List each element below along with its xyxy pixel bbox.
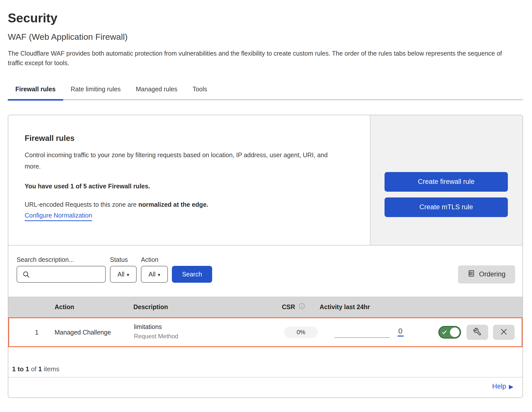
search-button[interactable]: Search — [172, 266, 212, 283]
activity-marker — [398, 336, 404, 337]
configure-normalization-link[interactable]: Configure Normalization — [25, 212, 92, 221]
tab-firewall-rules[interactable]: Firewall rules — [8, 81, 63, 99]
pagination-total: 1 — [38, 365, 42, 373]
action-label: Action — [141, 256, 158, 263]
pagination-range: 1 to 1 — [12, 365, 29, 373]
page-title: Security — [8, 11, 532, 26]
column-header-activity: Activity last 24hr — [320, 297, 370, 317]
search-input[interactable] — [17, 266, 105, 282]
status-label: Status — [110, 256, 128, 263]
tab-tools[interactable]: Tools — [185, 81, 215, 99]
delete-rule-button[interactable] — [493, 325, 515, 340]
ordering-button-label: Ordering — [479, 270, 505, 278]
page-subtitle: WAF (Web Application Firewall) — [8, 32, 532, 42]
toggle-knob — [450, 327, 460, 337]
check-icon — [442, 329, 447, 336]
tab-rate-limiting-rules[interactable]: Rate limiting rules — [63, 81, 128, 99]
help-link[interactable]: Help — [492, 383, 513, 390]
waf-tabs: Firewall rules Rate limiting rules Manag… — [8, 81, 523, 100]
status-select[interactable]: All — [110, 266, 137, 283]
help-link-label: Help — [492, 383, 506, 390]
rule-description: limitations — [134, 323, 178, 331]
firewall-rules-info-section: Firewall rules Control incoming traffic … — [8, 115, 522, 245]
rule-description-cell: limitations Request Method — [134, 323, 178, 340]
page-description: The Cloudflare WAF provides both automat… — [8, 49, 516, 68]
pagination-of: of — [31, 365, 36, 373]
firewall-rules-card: Firewall rules Control incoming traffic … — [8, 115, 523, 398]
rule-description-sub: Request Method — [134, 333, 178, 340]
info-description: Control incoming traffic to your zone by… — [25, 149, 337, 172]
wrench-icon — [473, 327, 482, 337]
tab-managed-rules[interactable]: Managed rules — [128, 81, 185, 99]
column-header-action: Action — [55, 297, 74, 317]
pagination: 1 to 1 of 1 items — [8, 347, 522, 378]
rule-enabled-toggle[interactable] — [438, 326, 461, 339]
action-select-value: All — [148, 271, 156, 278]
chevron-down-icon — [127, 271, 129, 278]
create-firewall-rule-button[interactable]: Create firewall rule — [385, 172, 508, 192]
filter-row: Search description... Status Action All … — [8, 245, 522, 297]
column-header-description: Description — [133, 297, 168, 317]
rule-priority: 1 — [31, 318, 42, 346]
normalization-prefix: URL-encoded Requests to this zone are — [25, 201, 138, 208]
table-row: 1 Managed Challenge limitations Request … — [8, 317, 522, 347]
activity-sparkline — [334, 337, 390, 338]
csr-header-label: CSR — [282, 303, 295, 311]
info-icon[interactable] — [298, 303, 305, 311]
help-row: Help — [8, 378, 522, 397]
column-header-csr: CSR — [282, 297, 305, 317]
rule-action: Managed Challenge — [55, 318, 111, 346]
csr-badge: 0% — [284, 326, 318, 338]
normalization-bold: normalized at the edge. — [138, 201, 208, 208]
info-left: Firewall rules Control incoming traffic … — [8, 115, 346, 221]
rules-table-header: Action Description CSR Activity last 24h… — [8, 297, 522, 317]
usage-text: You have used 1 of 5 active Firewall rul… — [25, 183, 346, 190]
chevron-down-icon — [158, 271, 160, 278]
search-box — [17, 266, 106, 283]
action-select[interactable]: All — [141, 266, 168, 283]
pagination-items: items — [44, 365, 59, 373]
ordering-button[interactable]: Ordering — [458, 265, 515, 283]
security-waf-page: Security WAF (Web Application Firewall) … — [0, 11, 532, 398]
ordering-list-icon — [468, 270, 475, 279]
info-heading: Firewall rules — [25, 134, 346, 143]
help-arrow-icon — [509, 383, 513, 390]
normalization-text: URL-encoded Requests to this zone are no… — [25, 201, 346, 208]
close-icon — [500, 327, 508, 337]
status-select-value: All — [118, 271, 125, 278]
edit-rule-button[interactable] — [467, 325, 488, 340]
search-description-label: Search description... — [17, 256, 74, 263]
activity-value-link[interactable]: 0 — [395, 327, 406, 335]
create-mtls-rule-button[interactable]: Create mTLS rule — [385, 197, 508, 217]
info-actions-panel: Create firewall rule Create mTLS rule — [370, 115, 522, 245]
